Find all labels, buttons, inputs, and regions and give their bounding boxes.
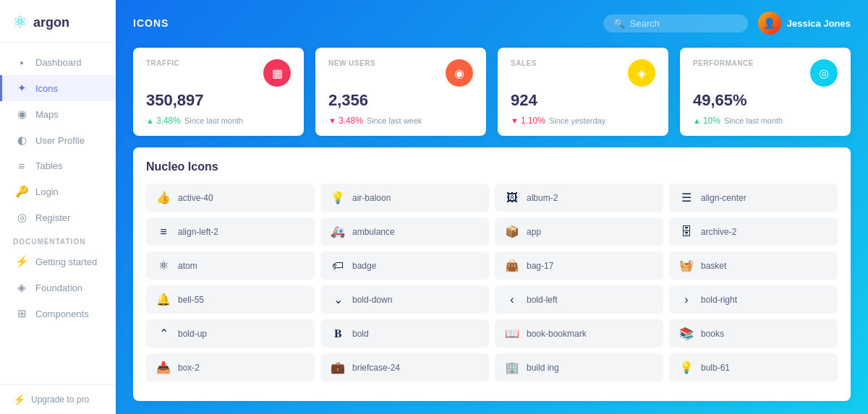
icon-item-bag-17[interactable]: 👜 bag-17 (495, 251, 663, 280)
icon-item-align-center[interactable]: ☰ align-center (669, 184, 838, 212)
stat-header-new-users: NEW USERS ◉ (328, 59, 473, 87)
stat-icon-new-users: ◉ (446, 59, 473, 87)
icon-name-bag-17: bag-17 (527, 261, 553, 271)
page-title: ICONS (133, 17, 169, 29)
icon-item-badge[interactable]: 🏷 badge (320, 251, 489, 280)
stats-row: TRAFFIC ▦ 350,897 ▲ 3.48% Since last mon… (133, 48, 851, 136)
sidebar-logo: ⚛ argon (0, 0, 116, 43)
stat-label-performance: PERFORMANCE (693, 59, 754, 67)
nav-label-dashboard: Dashboard (35, 57, 82, 68)
icon-glyph-building: 🏢 (505, 361, 519, 374)
icon-item-align-left-2[interactable]: ≡ align-left-2 (146, 217, 315, 246)
icon-item-bold-right[interactable]: › bold-right (669, 285, 838, 314)
nav-icon-tables: ≡ (15, 160, 28, 172)
icon-name-app: app (527, 227, 541, 237)
icon-name-album-2: album-2 (527, 193, 558, 203)
icon-glyph-app: 📦 (505, 225, 519, 238)
icon-glyph-bold-right: › (679, 293, 694, 306)
stat-value-new-users: 2,356 (328, 91, 473, 110)
icon-item-bulb-61[interactable]: 💡 bulb-61 (669, 353, 838, 381)
icon-item-basket[interactable]: 🧺 basket (669, 251, 838, 280)
icon-item-atom[interactable]: ⚛ atom (146, 251, 315, 280)
stat-arrow-sales: ▼ (511, 116, 519, 125)
icon-glyph-briefcase-24: 💼 (331, 361, 345, 374)
search-input[interactable] (630, 18, 738, 29)
content: TRAFFIC ▦ 350,897 ▲ 3.48% Since last mon… (116, 35, 868, 414)
sidebar: ⚛ argon ▪Dashboard✦Icons◉Maps◐User Profi… (0, 0, 116, 414)
sidebar-item-user-profile[interactable]: ◐User Profile (0, 127, 116, 153)
sidebar-item-login[interactable]: 🔑Login (0, 178, 116, 204)
user-info[interactable]: 👤 Jessica Jones (758, 12, 851, 35)
icon-item-album-2[interactable]: 🖼 album-2 (495, 184, 663, 212)
icon-item-bold[interactable]: 𝐁 bold (320, 319, 489, 348)
sidebar-item-register[interactable]: ◎Register (0, 204, 116, 230)
icon-item-briefcase-24[interactable]: 💼 briefcase-24 (320, 353, 489, 381)
stat-header-performance: PERFORMANCE ◎ (693, 59, 838, 87)
nav-label-icons: Icons (35, 83, 58, 94)
sidebar-item-foundation[interactable]: ◈Foundation (0, 275, 116, 301)
icon-glyph-basket: 🧺 (679, 259, 694, 272)
icon-item-active-40[interactable]: 👍 active-40 (146, 184, 315, 212)
icon-glyph-ambulance: 🚑 (331, 225, 345, 238)
stat-text-new-users: Since last week (367, 116, 422, 125)
icon-name-bell-55: bell-55 (178, 295, 204, 305)
sidebar-item-components[interactable]: ⊞Components (0, 301, 116, 327)
stat-label-traffic: TRAFFIC (146, 59, 179, 67)
sidebar-item-maps[interactable]: ◉Maps (0, 101, 116, 127)
icon-item-bold-left[interactable]: ‹ bold-left (495, 285, 663, 314)
icon-item-archive-2[interactable]: 🗄 archive-2 (669, 217, 838, 246)
icon-name-bold-up: bold-up (178, 329, 207, 339)
stat-card-traffic: TRAFFIC ▦ 350,897 ▲ 3.48% Since last mon… (133, 48, 304, 136)
nav-icon-dashboard: ▪ (15, 56, 28, 69)
nav-label-tables: Tables (35, 160, 63, 171)
upgrade-button[interactable]: ⚡ Upgrade to pro (0, 384, 116, 414)
icon-glyph-bold-down: ⌄ (331, 293, 345, 306)
nav-icon-user-profile: ◐ (15, 134, 28, 147)
icon-item-bold-down[interactable]: ⌄ bold-down (320, 285, 489, 314)
icon-glyph-bag-17: 👜 (505, 259, 519, 272)
icon-name-briefcase-24: briefcase-24 (352, 363, 400, 373)
stat-icon-performance: ◎ (810, 59, 838, 87)
stat-text-traffic: Since last month (184, 116, 243, 125)
sidebar-item-getting-started[interactable]: ⚡Getting started (0, 249, 116, 275)
stat-pct-performance: 10% (703, 116, 720, 126)
stat-arrow-performance: ▲ (693, 116, 701, 125)
icon-item-app[interactable]: 📦 app (495, 217, 663, 246)
stat-header-traffic: TRAFFIC ▦ (146, 59, 291, 87)
icon-item-box-2[interactable]: 📥 box-2 (146, 353, 315, 381)
nav-label-register: Register (35, 212, 70, 223)
stat-value-traffic: 350,897 (146, 91, 291, 110)
icon-glyph-align-left-2: ≡ (156, 225, 171, 238)
header: ICONS 🔍 👤 Jessica Jones (116, 0, 868, 35)
search-bar[interactable]: 🔍 (603, 14, 748, 33)
sidebar-item-icons[interactable]: ✦Icons (0, 75, 116, 101)
icon-glyph-bold-up: ⌃ (156, 327, 171, 340)
icon-item-books[interactable]: 📚 books (669, 319, 838, 348)
icon-glyph-bold-left: ‹ (505, 293, 519, 306)
icon-glyph-bold: 𝐁 (331, 327, 345, 340)
user-name: Jessica Jones (787, 18, 851, 29)
icon-item-ambulance[interactable]: 🚑 ambulance (320, 217, 489, 246)
icon-name-align-left-2: align-left-2 (178, 227, 218, 237)
icon-name-archive-2: archive-2 (701, 227, 736, 237)
icon-glyph-align-center: ☰ (679, 191, 694, 204)
icon-item-bell-55[interactable]: 🔔 bell-55 (146, 285, 315, 314)
nav-label-login: Login (35, 186, 59, 197)
icon-item-bold-up[interactable]: ⌃ bold-up (146, 319, 315, 348)
icon-item-building[interactable]: 🏢 build ing (495, 353, 663, 381)
icon-name-box-2: box-2 (178, 363, 200, 373)
icon-item-book-bookmark[interactable]: 📖 book-bookmark (495, 319, 663, 348)
icons-panel-title: Nucleo Icons (146, 160, 838, 173)
stat-header-sales: SALES ◈ (511, 59, 655, 87)
sidebar-item-dashboard[interactable]: ▪Dashboard (0, 50, 116, 75)
doc-icon-foundation: ◈ (15, 281, 28, 294)
sidebar-item-tables[interactable]: ≡Tables (0, 153, 116, 178)
logo-text: argon (33, 15, 69, 30)
icon-item-air-baloon[interactable]: 💡 air-baloon (320, 184, 489, 212)
icon-name-bold-down: bold-down (352, 295, 392, 305)
nav-icon-maps: ◉ (15, 108, 28, 121)
icon-glyph-album-2: 🖼 (505, 191, 519, 204)
stat-card-performance: PERFORMANCE ◎ 49,65% ▲ 10% Since last mo… (680, 48, 851, 136)
icon-glyph-atom: ⚛ (156, 259, 171, 272)
stat-change-traffic: ▲ 3.48% Since last month (146, 116, 291, 126)
